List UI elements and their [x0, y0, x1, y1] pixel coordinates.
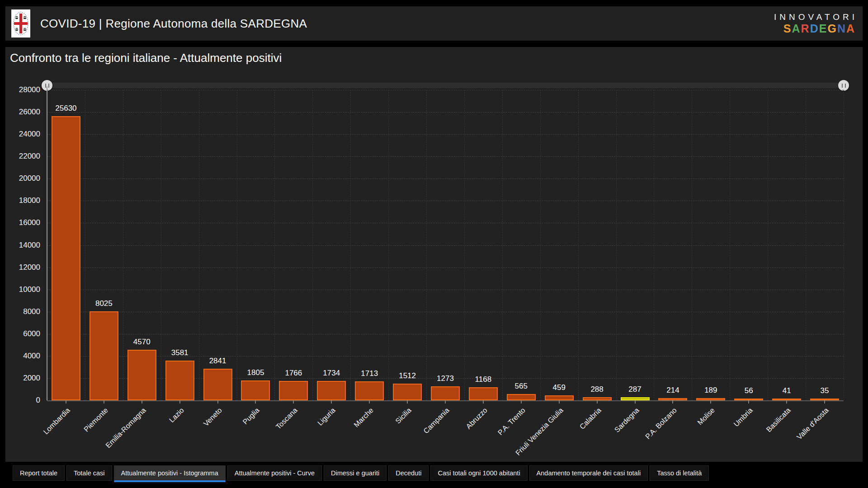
brand-letter: E	[819, 22, 828, 35]
tab-attualmente-positivi-curve[interactable]: Attualmente positivi - Curve	[227, 465, 322, 481]
v-gridline	[237, 90, 237, 400]
v-gridline	[274, 90, 275, 400]
bar-value-label: 4570	[123, 338, 161, 347]
bar-value-label: 1273	[426, 374, 464, 383]
x-axis-tick	[483, 400, 484, 404]
tab-dimessi-e-guariti[interactable]: Dimessi e guariti	[324, 465, 387, 481]
data-zoom-right-handle[interactable]	[838, 80, 849, 91]
brand-innovatori-text: INNOVATORI	[774, 12, 858, 22]
y-axis-labels: 0200040006000800010000120001400016000180…	[5, 90, 44, 400]
brand-letter: R	[801, 22, 810, 35]
bar-lazio[interactable]	[165, 361, 194, 400]
bar-sicilia[interactable]	[393, 384, 422, 400]
h-gridline	[47, 245, 844, 246]
y-tick-label: 4000	[6, 352, 40, 361]
x-axis-tick	[293, 400, 294, 404]
h-gridline	[47, 178, 844, 179]
v-gridline	[616, 90, 617, 400]
bar-value-label: 8025	[85, 299, 123, 308]
bar-campania[interactable]	[431, 386, 460, 400]
bar-value-label: 288	[578, 385, 616, 394]
v-gridline	[692, 90, 692, 400]
y-tick-label: 24000	[6, 130, 40, 139]
tab-tasso-di-letalit[interactable]: Tasso di letalità	[650, 465, 709, 481]
bar-marche[interactable]	[355, 381, 384, 400]
tab-report-totale[interactable]: Report totale	[13, 465, 65, 481]
v-gridline	[464, 90, 465, 400]
h-gridline	[47, 223, 844, 223]
view-tabs: Report totaleTotale casiAttualmente posi…	[13, 465, 709, 482]
y-tick-label: 26000	[6, 108, 40, 117]
bar-value-label: 214	[654, 386, 692, 395]
bar-p-a-trento[interactable]	[507, 394, 536, 400]
bar-value-label: 459	[540, 383, 578, 392]
bar-toscana[interactable]	[279, 381, 308, 400]
bar-friuli-venezia-giulia[interactable]	[545, 395, 574, 400]
bar-emilia-romagna[interactable]	[127, 350, 156, 400]
v-gridline	[123, 90, 123, 400]
bar-calabria[interactable]	[583, 397, 612, 400]
chart-panel: Confronto tra le regioni italiane - Attu…	[5, 47, 863, 462]
v-gridline	[85, 90, 85, 400]
v-gridline	[768, 90, 768, 400]
v-gridline	[654, 90, 654, 400]
x-axis-tick	[217, 400, 218, 404]
v-gridline	[730, 90, 730, 400]
y-tick-label: 16000	[6, 218, 40, 227]
v-gridline	[388, 90, 389, 400]
tab-andamento-temporale-dei-casi-totali[interactable]: Andamento temporale dei casi totali	[529, 465, 648, 481]
y-tick-label: 22000	[6, 152, 40, 161]
bar-value-label: 2841	[199, 357, 237, 366]
v-gridline	[426, 90, 427, 400]
y-axis-line	[47, 86, 47, 400]
tab-attualmente-positivi-istogramma[interactable]: Attualmente positivi - Istogramma	[114, 465, 226, 482]
bar-value-label: 1766	[274, 369, 312, 378]
x-axis-tick	[369, 400, 370, 404]
y-tick-label: 10000	[6, 285, 40, 294]
bar-piemonte[interactable]	[90, 311, 118, 400]
tab-deceduti[interactable]: Deceduti	[388, 465, 429, 481]
bar-value-label: 565	[502, 382, 540, 391]
brand-letter: N	[837, 22, 846, 35]
bar-value-label: 1512	[388, 371, 426, 380]
data-zoom-slider-track[interactable]	[47, 83, 844, 88]
h-gridline	[47, 334, 844, 334]
x-axis-tick	[331, 400, 332, 404]
x-axis-tick	[255, 400, 256, 404]
bar-abruzzo[interactable]	[469, 387, 498, 400]
bar-value-label: 25630	[47, 104, 85, 113]
brand-letter: S	[783, 22, 792, 35]
v-gridline	[312, 90, 313, 400]
bar-liguria[interactable]	[317, 381, 346, 400]
sardegna-flag-logo	[11, 9, 30, 38]
x-axis-tick	[445, 400, 446, 404]
bar-puglia[interactable]	[241, 380, 270, 400]
v-gridline	[199, 90, 199, 400]
dashboard-root: COVID-19 | Regione Autonoma della SARDEG…	[0, 0, 868, 488]
app-title: COVID-19 | Regione Autonoma della SARDEG…	[40, 17, 307, 31]
bar-value-label: 189	[692, 386, 730, 395]
v-gridline	[502, 90, 503, 400]
x-axis-tick	[559, 400, 560, 404]
x-axis-tick	[748, 400, 749, 404]
h-gridline	[47, 90, 844, 90]
brand-letter: G	[827, 22, 837, 35]
app-header: COVID-19 | Regione Autonoma della SARDEG…	[5, 6, 863, 41]
bar-value-label: 35	[806, 386, 844, 395]
bar-value-label: 41	[768, 386, 806, 395]
x-axis-tick	[179, 400, 180, 404]
x-axis-tick	[142, 400, 142, 404]
tab-totale-casi[interactable]: Totale casi	[66, 465, 112, 481]
bar-lombardia[interactable]	[52, 116, 80, 400]
y-tick-label: 14000	[6, 241, 40, 250]
x-axis-tick	[407, 400, 408, 404]
bar-sardegna[interactable]	[621, 397, 650, 400]
brand-sardegna-text: SARDEGNA	[774, 22, 855, 35]
h-gridline	[47, 312, 844, 312]
tab-casi-totali-ogni-1000-abitanti[interactable]: Casi totali ogni 1000 abitanti	[430, 465, 527, 481]
four-moors-icon	[13, 11, 29, 36]
drag-grip-icon	[842, 84, 846, 88]
bar-veneto[interactable]	[203, 369, 232, 400]
h-gridline	[47, 201, 844, 201]
v-gridline	[806, 90, 806, 400]
